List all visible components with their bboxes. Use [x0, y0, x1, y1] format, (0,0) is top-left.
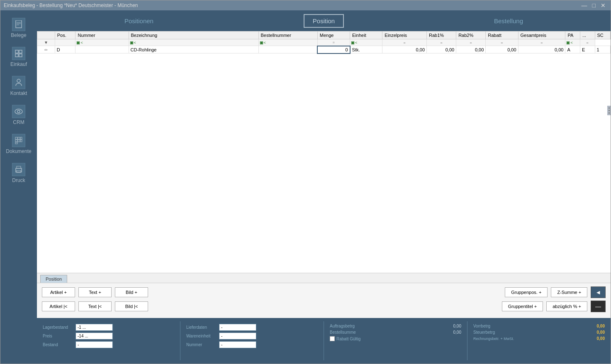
filter-cell-pa[interactable]: ▣ <	[565, 39, 580, 46]
position-tab[interactable]: Position	[40, 275, 67, 283]
grid2-icon	[12, 134, 25, 147]
position-section: Position	[37, 273, 611, 283]
panel-row-rabatt-gueltig: Rabatt Gültig	[330, 336, 461, 341]
nav-back-button[interactable]: ◄	[591, 286, 606, 298]
svg-rect-7	[19, 54, 22, 57]
label-lagerbestand: Lagerbestand	[43, 325, 74, 330]
sidebar-item-druck[interactable]: Druck	[2, 160, 35, 187]
filter-icon-einheit: ▣	[351, 41, 355, 45]
sidebar-item-dokumente[interactable]: Dokumente	[2, 131, 35, 158]
minus-button[interactable]: —	[591, 301, 606, 312]
sidebar-item-belege[interactable]: Belege	[2, 15, 35, 41]
side-resize-handle[interactable]	[607, 106, 611, 115]
table-row[interactable]: ✏ D CD-Rohlinge 0 Stk. 0,00 0,00	[37, 46, 611, 53]
col-header-menge: Menge	[317, 32, 350, 39]
sidebar-label-belege: Belege	[11, 32, 26, 38]
svg-rect-15	[18, 140, 20, 142]
panel-row-bestand: Bestand	[43, 341, 174, 348]
panel-row-lieferdaten: Lieferdaten	[186, 324, 318, 331]
input-wareneinheit[interactable]	[219, 332, 256, 340]
row-bezeichnung: CD-Rohlinge	[129, 46, 258, 53]
table-area: Pos. Nummer Bezeichnung Bestellnummer Me…	[37, 31, 611, 54]
minimize-button[interactable]: —	[580, 2, 589, 9]
row-edit-icon[interactable]: ✏	[37, 46, 55, 53]
button-row-1: Artikel + Text + Bild + Gruppenpos. + Z-…	[42, 286, 606, 298]
input-lieferdaten[interactable]	[219, 324, 256, 331]
value-vorrbetrg: 0,00	[597, 324, 605, 328]
table-wrapper: Pos. Nummer Bezeichnung Bestellnummer Me…	[37, 31, 611, 273]
value-rechnungsbetrg: 0,00	[597, 336, 605, 341]
gruppentitel-plus-button[interactable]: Gruppentitel +	[502, 301, 543, 311]
filter-icon-nummer: ▣	[76, 41, 80, 45]
label-steuerbetrg: Steuerbetrg	[473, 330, 504, 335]
col-header-rabatt: Rabatt	[486, 32, 518, 39]
text-plus-button[interactable]: Text +	[78, 287, 112, 297]
col-header-einzelpreis: Einzelpreis	[382, 32, 427, 39]
grid-icon	[12, 47, 25, 60]
value-bestellsumme: 0,00	[453, 330, 461, 335]
maximize-button[interactable]: □	[591, 2, 597, 9]
z-summe-plus-button[interactable]: Z-Summe +	[551, 287, 587, 297]
buttons-area: Artikel + Text + Bild + Gruppenpos. + Z-…	[37, 283, 611, 318]
abzueglich-plus-button[interactable]: abzüglich % +	[546, 301, 587, 311]
artikel-plus-button[interactable]: Artikel +	[42, 287, 75, 297]
panel-row-steuerbetrg: Steuerbetrg 0,00	[473, 330, 605, 335]
row-dots: E	[580, 46, 595, 53]
table-header-row: Pos. Nummer Bezeichnung Bestellnummer Me…	[37, 32, 611, 39]
filter-cell-gesamtpreis: =	[518, 39, 565, 46]
sidebar-item-kontakt[interactable]: Kontakt	[2, 73, 35, 99]
panel-divider-2	[324, 321, 324, 360]
label-bestand: Bestand	[43, 342, 74, 347]
panel-row-bestellsumme: Bestellsumme 0,00	[330, 330, 461, 335]
row-bestellnummer	[258, 46, 317, 53]
panel-row-auftragsbetrg: Auftragsbetrg 0,00	[330, 324, 461, 328]
value-auftragsbetrg: 0,00	[453, 324, 461, 328]
label-vorrbetrg: Vorrbetrg	[473, 324, 504, 328]
tab-bestellung[interactable]: Bestellung	[486, 15, 531, 27]
title-bar: Einkaufsbeleg - Bestellung *Neu* Deutsch…	[0, 0, 611, 10]
panel-divider-1	[180, 321, 180, 360]
filter-cell-nummer[interactable]: ▣ <	[75, 39, 129, 46]
row-menge[interactable]: 0	[317, 46, 350, 53]
panel-divider-3	[467, 321, 467, 360]
label-lieferdaten: Lieferdaten	[186, 325, 217, 330]
filter-cell-einheit[interactable]: ▣ <	[350, 39, 382, 46]
svg-rect-0	[16, 20, 22, 28]
label-preis: Preis	[43, 334, 74, 338]
filter-funnel: ▼	[37, 39, 55, 46]
text-back-button[interactable]: Text |<	[78, 301, 112, 311]
svg-rect-11	[15, 137, 17, 139]
bild-plus-button[interactable]: Bild +	[115, 287, 148, 297]
col-header-gesamtpreis: Gesamtpreis	[518, 32, 565, 39]
input-preis[interactable]	[75, 332, 113, 340]
artikel-back-button[interactable]: Artikel |<	[42, 301, 75, 311]
label-nummer: Nummer	[186, 342, 217, 347]
label-auftragsbetrg: Auftragsbetrg	[330, 324, 361, 328]
panel-lieferdaten: Lieferdaten Wareneinheit Nummer	[184, 321, 320, 360]
svg-point-8	[17, 79, 20, 83]
filter-cell-bestellnummer[interactable]: ▣ <	[258, 39, 317, 46]
sidebar-item-einkauf[interactable]: Einkauf	[2, 44, 35, 70]
tab-position[interactable]: Position	[304, 14, 344, 28]
input-nummer[interactable]	[219, 341, 256, 348]
sidebar-label-einkauf: Einkauf	[10, 61, 27, 67]
bild-back-button[interactable]: Bild |<	[115, 301, 148, 311]
gruppenpos-plus-button[interactable]: Gruppenpos. +	[505, 287, 548, 297]
row-rab2: 0,00	[456, 46, 486, 53]
col-header-einheit: Einheit	[350, 32, 382, 39]
tab-positionen[interactable]: Positionen	[116, 15, 162, 27]
checkbox-rabatt-gueltig[interactable]	[330, 336, 335, 341]
col-header-pos-num: Pos.	[55, 32, 75, 39]
input-lagerbestand[interactable]	[75, 324, 113, 331]
input-bestand[interactable]	[75, 341, 113, 348]
print-icon	[12, 163, 25, 176]
sidebar-item-crm[interactable]: CRM	[2, 102, 35, 129]
filter-cell-bezeichnung[interactable]: ▣ <	[129, 39, 258, 46]
close-button[interactable]: ✕	[599, 2, 607, 9]
filter-cell-pos	[55, 39, 75, 46]
person-icon	[12, 76, 25, 89]
top-navigation: Positionen Position Bestellung	[37, 10, 611, 31]
handle-dot-2	[609, 110, 610, 111]
label-bestellsumme: Bestellsumme	[330, 330, 361, 335]
label-wareneinheit: Wareneinheit	[186, 334, 217, 338]
